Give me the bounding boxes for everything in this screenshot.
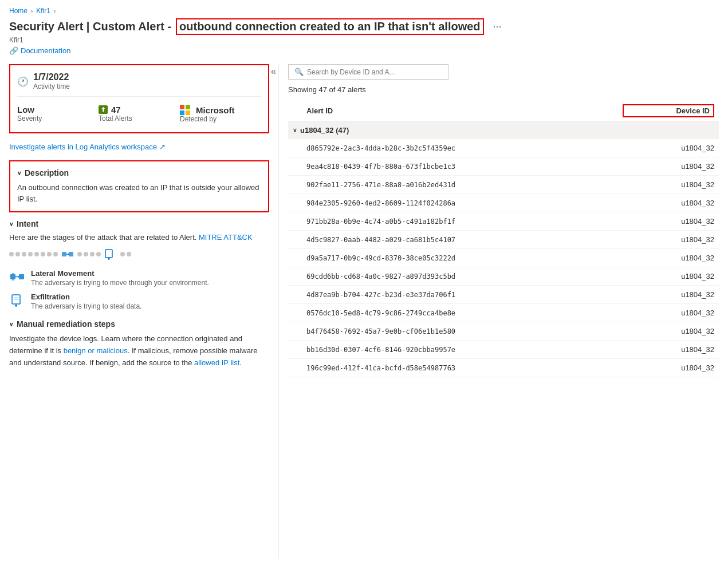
remediation-header[interactable]: ∨ Manual remediation steps	[9, 319, 269, 329]
svg-rect-0	[62, 252, 66, 256]
activity-date: 1/7/2022	[33, 72, 70, 82]
page-title-container: Security Alert | Custom Alert - outbound…	[9, 18, 719, 35]
alert-id-cell: d865792e-2ac3-4dda-b28c-3b2c5f4359ec	[306, 144, 623, 152]
alert-id-cell: 69cdd6bb-cd68-4a0c-9827-a897d393c5bd	[306, 272, 623, 280]
page-subtitle: Kfir1	[9, 36, 719, 44]
page-title-highlight: outbound connection created to an IP tha…	[176, 18, 484, 35]
table-row[interactable]: 9ea4c818-0439-4f7b-880a-673f1bcbe1c3 u18…	[288, 157, 719, 176]
device-id-cell: u1804_32	[623, 162, 714, 171]
alert-id-cell: 0576dc10-5ed8-4c79-9c86-2749cca4be8e	[306, 309, 623, 317]
benign-link[interactable]: benign or malicious	[64, 346, 128, 355]
severity-metric: Low Severity	[17, 102, 99, 125]
header-alert-id[interactable]: Alert ID	[306, 106, 623, 115]
page-title-prefix: Security Alert | Custom Alert -	[9, 20, 171, 33]
chain-dot-9	[77, 252, 82, 256]
device-id-cell: u1804_32	[623, 309, 714, 317]
chain-dot-13	[120, 252, 125, 256]
exfiltration-icon	[9, 293, 25, 309]
chain-dot-11	[90, 252, 95, 256]
table-row[interactable]: d865792e-2ac3-4dda-b28c-3b2c5f4359ec u18…	[288, 139, 719, 157]
intent-chevron-icon: ∨	[9, 221, 13, 227]
remediation-text: Investigate the device logs. Learn where…	[9, 333, 269, 369]
showing-count-text: Showing 47 of 47 alerts	[288, 85, 719, 94]
group-label: u1804_32 (47)	[300, 126, 349, 135]
breadcrumb-kfir1[interactable]: Kfir1	[36, 7, 50, 15]
lateral-movement-chain-icon	[60, 246, 76, 262]
table-row[interactable]: 971bb28a-0b9e-4c74-a0b5-c491a182bf1f u18…	[288, 212, 719, 231]
description-chevron-icon: ∨	[17, 170, 21, 176]
table-row[interactable]: 0576dc10-5ed8-4c79-9c86-2749cca4be8e u18…	[288, 304, 719, 322]
total-alerts-metric: ⬆ 47 Total Alerts	[99, 102, 180, 125]
detected-label: Detected by	[180, 115, 257, 123]
alert-id-cell: 4d5c9827-0aab-4482-a029-ca681b5c4107	[306, 236, 623, 244]
search-box[interactable]: 🔍	[288, 64, 448, 80]
device-id-cell: u1804_32	[623, 180, 714, 189]
info-card: 🕐 1/7/2022 Activity time Low Severity ⬆	[9, 64, 269, 133]
investigate-link[interactable]: Investigate alerts in Log Analytics work…	[9, 143, 269, 151]
intent-intro-text: Here are the stages of the attack that a…	[9, 233, 269, 242]
alert-id-cell: d9a5a717-0b9c-49cd-8370-38ce05c3222d	[306, 254, 623, 262]
detected-by-value: Microsoft	[180, 105, 257, 115]
chain-dot-8	[53, 252, 58, 256]
detected-by-metric: Microsoft Detected by	[180, 102, 261, 125]
table-row[interactable]: bb16d30d-0307-4cf6-8146-920cbba9957e u18…	[288, 341, 719, 359]
intent-section: ∨ Intent Here are the stages of the atta…	[9, 219, 269, 310]
info-card-date-row: 🕐 1/7/2022 Activity time	[17, 72, 261, 97]
description-card: ∨ Description An outbound connection was…	[9, 160, 269, 212]
search-input[interactable]	[307, 68, 442, 76]
table-row[interactable]: 4d5c9827-0aab-4482-a029-ca681b5c4107 u18…	[288, 231, 719, 249]
info-card-metrics: Low Severity ⬆ 47 Total Alerts	[17, 102, 261, 125]
svg-rect-7	[10, 274, 15, 279]
table-row[interactable]: b4f76458-7692-45a7-9e0b-cf06e1b1e580 u18…	[288, 322, 719, 341]
lateral-movement-title: Lateral Movement	[31, 269, 209, 278]
table-row[interactable]: 69cdd6bb-cd68-4a0c-9827-a897d393c5bd u18…	[288, 267, 719, 286]
right-panel: 🔍 Showing 47 of 47 alerts Alert ID Devic…	[278, 64, 719, 558]
chain-dot-2	[15, 252, 20, 256]
exfiltration-content: Exfiltration The adversary is trying to …	[31, 293, 141, 310]
device-id-cell: u1804_32	[623, 217, 714, 226]
description-header[interactable]: ∨ Description	[17, 168, 261, 177]
header-device-id[interactable]: Device ID	[623, 104, 714, 117]
svg-rect-4	[105, 250, 112, 258]
alerts-label: Total Alerts	[99, 114, 175, 123]
breadcrumb-home[interactable]: Home	[9, 7, 27, 15]
chain-dot-4	[28, 252, 33, 256]
lateral-movement-desc: The adversary is trying to move through …	[31, 279, 209, 287]
chain-dot-7	[47, 252, 52, 256]
exfiltration-desc: The adversary is trying to steal data.	[31, 302, 141, 310]
svg-marker-6	[108, 258, 110, 260]
alert-id-cell: 984e2305-9260-4ed2-8609-1124f024286a	[306, 199, 623, 207]
mitre-link[interactable]: MITRE ATT&CK	[199, 233, 253, 242]
alerts-rows: d865792e-2ac3-4dda-b28c-3b2c5f4359ec u18…	[288, 139, 719, 377]
device-id-cell: u1804_32	[623, 364, 714, 372]
svg-rect-1	[69, 252, 73, 256]
breadcrumb: Home › Kfir1 ›	[9, 7, 719, 15]
device-id-cell: u1804_32	[623, 235, 714, 244]
alert-count-icon: ⬆	[99, 105, 108, 114]
remediation-chevron-icon: ∨	[9, 321, 13, 327]
table-row[interactable]: 4d87ea9b-b704-427c-b23d-e3e37da706f1 u18…	[288, 286, 719, 304]
clock-icon: 🕐	[17, 76, 29, 87]
chain-dot-6	[41, 252, 45, 256]
alert-id-cell: 971bb28a-0b9e-4c74-a0b5-c491a182bf1f	[306, 218, 623, 226]
remediation-section: ∨ Manual remediation steps Investigate t…	[9, 319, 269, 369]
ip-list-link[interactable]: allowed IP list	[194, 358, 239, 367]
intent-item-exfiltration: Exfiltration The adversary is trying to …	[9, 293, 269, 310]
table-header: Alert ID Device ID	[288, 101, 719, 121]
activity-label: Activity time	[33, 82, 70, 90]
table-row[interactable]: d9a5a717-0b9c-49cd-8370-38ce05c3222d u18…	[288, 249, 719, 267]
microsoft-logo-icon	[180, 105, 190, 115]
table-row[interactable]: 984e2305-9260-4ed2-8609-1124f024286a u18…	[288, 194, 719, 212]
alert-id-cell: bb16d30d-0307-4cf6-8146-920cbba9957e	[306, 346, 623, 354]
device-id-cell: u1804_32	[623, 144, 714, 152]
table-row[interactable]: 902fae11-2756-471e-88a8-a016b2ed431d u18…	[288, 176, 719, 194]
alert-id-cell: 902fae11-2756-471e-88a8-a016b2ed431d	[306, 181, 623, 189]
alerts-group-row[interactable]: ∨ u1804_32 (47)	[288, 121, 719, 139]
device-id-cell: u1804_32	[623, 345, 714, 354]
severity-value: Low	[17, 105, 94, 114]
table-row[interactable]: 196c99ed-412f-41ca-bcfd-d58e54987763 u18…	[288, 359, 719, 377]
intent-header[interactable]: ∨ Intent	[9, 219, 269, 228]
collapse-panel-button[interactable]: «	[269, 64, 278, 79]
documentation-link[interactable]: 🔗 Documentation	[9, 46, 719, 55]
title-more-button[interactable]: ···	[493, 21, 502, 33]
